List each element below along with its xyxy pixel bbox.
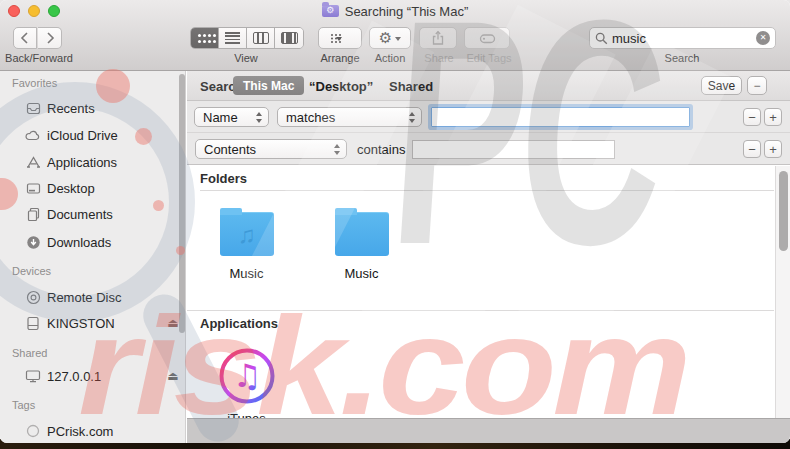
documents-icon [25,206,41,222]
titlebar: Searching “This Mac” [0,0,790,22]
sidebar-item-label: Remote Disc [47,290,121,305]
sidebar: Favorites Recents iCloud Drive Applicati… [0,71,186,443]
downloads-icon [25,234,41,250]
tag-circle-icon [25,423,41,439]
search-results: Folders Music Music Applications [187,166,790,418]
smart-folder-icon [322,5,339,17]
filter-field-dropdown[interactable]: Name [194,107,269,127]
recents-icon [25,100,41,116]
updown-chevrons-icon [334,144,341,155]
sidebar-item-recents[interactable]: Recents [0,97,186,119]
chevron-right-icon [44,31,56,45]
sidebar-item-label: Desktop [47,181,95,196]
list-view-button[interactable] [219,28,247,48]
coverflow-view-icon [281,32,298,44]
edit-tags-label: Edit Tags [459,52,519,64]
status-bar [187,418,790,443]
coverflow-view-button[interactable] [275,28,303,48]
collapse-criteria-button[interactable]: − [747,76,767,95]
sidebar-item-label: Recents [47,101,95,116]
sidebar-item-documents[interactable]: Documents [0,203,186,225]
clear-search-icon[interactable] [756,31,770,45]
sidebar-scrollbar-thumb[interactable] [179,74,185,333]
result-music-folder[interactable]: Music [319,204,404,281]
filter-field-dropdown[interactable]: Contents [195,139,347,159]
window-chrome: Searching “This Mac” Back/Forward View A… [0,0,790,71]
section-header-applications: Applications [200,316,278,331]
sidebar-section-shared: Shared [12,347,47,359]
drive-icon [25,315,41,331]
finder-window: Searching “This Mac” Back/Forward View A… [0,0,790,443]
filter-value-input[interactable] [412,140,615,159]
sidebar-item-label: Documents [47,207,113,222]
sidebar-item-remote-disc[interactable]: Remote Disc [0,286,186,308]
desktop-icon [25,180,41,196]
sidebar-section-favorites: Favorites [12,77,57,89]
share-icon [431,30,445,46]
results-scrollbar-thumb[interactable] [779,171,788,251]
sidebar-section-devices: Devices [12,265,51,277]
scope-this-mac[interactable]: This Mac [233,76,304,95]
sidebar-item-applications[interactable]: Applications [0,151,186,173]
action-button[interactable] [369,27,411,49]
sidebar-section-tags: Tags [12,399,35,411]
filter-operator-text: contains [357,142,405,157]
back-button[interactable] [13,27,37,49]
tag-icon [479,31,496,46]
search-input[interactable] [612,31,752,46]
disc-icon [25,289,41,305]
save-search-button[interactable]: Save [701,76,742,95]
sidebar-item-label: PCrisk.com [47,424,113,439]
scope-desktop[interactable]: “Desktop” [309,79,373,94]
eject-button[interactable]: ⏏ [163,369,183,383]
sidebar-item-kingston[interactable]: KINGSTON ⏏ [0,312,186,334]
arrange-grid-icon [331,34,333,36]
icloud-icon [25,127,41,143]
result-label: Music [319,266,404,281]
chevron-down-icon [336,37,342,44]
results-scrollbar-track[interactable] [775,166,790,418]
section-divider [187,310,774,311]
section-divider [200,190,774,191]
share-button[interactable] [419,27,457,49]
result-itunes-app[interactable]: ♫ iTunes [204,347,289,426]
svg-text:♫: ♫ [232,357,261,395]
sidebar-item-pcrisk-tag[interactable]: PCrisk.com [0,420,186,442]
back-forward-label: Back/Forward [2,52,76,64]
arrange-button[interactable] [318,27,362,49]
grid-view-icon [198,34,201,37]
toolbar-search-field[interactable] [589,27,776,49]
remove-criterion-button[interactable]: − [743,140,761,158]
add-criterion-button[interactable]: + [764,140,782,158]
sidebar-item-label: KINGSTON [47,316,115,331]
search-icon [595,32,608,45]
sidebar-item-downloads[interactable]: Downloads [0,231,186,253]
sidebar-item-icloud-drive[interactable]: iCloud Drive [0,124,186,146]
arrange-label: Arrange [312,52,368,64]
column-view-button[interactable] [247,28,275,48]
chevron-left-icon [19,31,31,45]
scope-shared[interactable]: Shared [389,79,433,94]
updown-chevrons-icon [256,112,263,123]
gear-icon [379,29,392,47]
dropdown-value: matches [286,110,335,125]
remove-criterion-button[interactable]: − [743,108,761,126]
filter-operator-dropdown[interactable]: matches [277,107,422,127]
result-music-folder[interactable]: Music [204,204,289,281]
display-icon [25,368,41,384]
sidebar-item-label: 127.0.0.1 [47,369,101,384]
forward-button[interactable] [38,27,62,49]
add-criterion-button[interactable]: + [764,108,782,126]
icon-view-button[interactable] [191,28,219,48]
sidebar-item-label: iCloud Drive [47,128,118,143]
sidebar-item-desktop[interactable]: Desktop [0,177,186,199]
list-view-icon [225,32,240,44]
filter-value-input-focused[interactable] [431,107,690,127]
folder-icon [220,212,274,256]
sidebar-item-127-0-0-1[interactable]: 127.0.0.1 ⏏ [0,365,186,387]
edit-tags-button[interactable] [464,27,510,49]
dropdown-value: Name [203,110,238,125]
column-view-icon [253,32,269,44]
search-scope-bar: Search: This Mac “Desktop” Shared Save − [187,71,790,101]
share-label: Share [417,52,461,64]
